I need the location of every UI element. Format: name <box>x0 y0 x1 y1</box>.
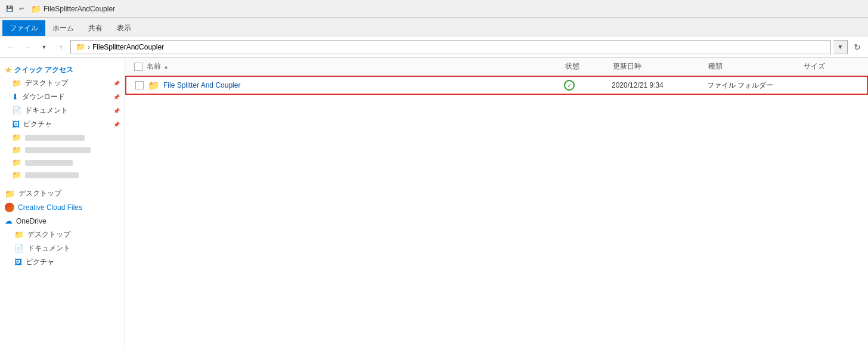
sidebar-documents-label: ドキュメント <box>25 106 110 116</box>
blurred-label-2 <box>25 147 91 153</box>
column-name[interactable]: 名前 ▲ <box>147 61 565 72</box>
file-table-header: 名前 ▲ 状態 更新日時 種類 サイズ <box>125 58 868 76</box>
desktop-folder-icon: 📁 <box>12 79 21 88</box>
sidebar-desktop-label: デスクトップ <box>25 78 110 88</box>
refresh-button[interactable]: ↻ <box>850 40 864 54</box>
sidebar-item-onedrive-documents[interactable]: 📄 ドキュメント <box>0 241 125 255</box>
column-date: 更新日時 <box>613 61 708 72</box>
row-date-0: 2020/12/21 9:34 <box>612 81 707 89</box>
ribbon: ファイル ホーム 共有 表示 <box>0 18 868 36</box>
column-type: 種類 <box>708 61 804 72</box>
undo-icon: ↩ <box>17 4 26 14</box>
creative-cloud-label: Creative Cloud Files <box>18 203 82 212</box>
blurred-item-2: 📁 <box>0 144 125 156</box>
blurred-item-3: 📁 <box>0 156 125 169</box>
tab-share[interactable]: 共有 <box>81 20 110 36</box>
main-area: ★ クイック アクセス 📁 デスクトップ 📌 ⬇ ダウンロード 📌 📄 ドキュメ… <box>0 58 868 350</box>
title-bar-folder-icon: 📁 <box>31 4 41 14</box>
pin-icon-documents: 📌 <box>113 108 120 114</box>
desktop-toplevel-icon: 📁 <box>5 189 15 199</box>
onedrive-desktop-icon: 📁 <box>14 230 24 239</box>
file-area: 名前 ▲ 状態 更新日時 種類 サイズ 📁 File Splitte <box>125 58 868 350</box>
blurred-item-1: 📁 <box>0 131 125 144</box>
onedrive-label: OneDrive <box>16 217 46 225</box>
sidebar-downloads-label: ダウンロード <box>22 92 110 102</box>
onedrive-pictures-label: ピクチャ <box>26 257 54 267</box>
blurred-item-4: 📁 <box>0 169 125 181</box>
header-checkbox[interactable] <box>134 63 142 71</box>
ribbon-tabs: ファイル ホーム 共有 表示 <box>0 18 868 36</box>
blurred-label-3 <box>25 160 73 166</box>
pin-icon-desktop: 📌 <box>113 80 120 86</box>
sidebar-item-desktop[interactable]: 📁 デスクトップ 📌 <box>0 76 125 90</box>
save-icon: 💾 <box>5 4 14 14</box>
file-row-0[interactable]: 📁 File Splitter And Coupler ✓ 2020/12/21… <box>125 76 868 95</box>
blurred-folder-icon-1: 📁 <box>12 133 21 142</box>
status-check-icon-0: ✓ <box>564 80 575 91</box>
title-bar-title: FileSplitterAndCoupler <box>44 5 115 13</box>
sidebar-item-downloads[interactable]: ⬇ ダウンロード 📌 <box>0 90 125 104</box>
pin-icon-downloads: 📌 <box>113 94 120 100</box>
back-button[interactable]: ← <box>4 40 18 54</box>
quick-access-label: クイック アクセス <box>14 65 73 75</box>
address-path[interactable]: 📁 › FileSplitterAndCoupler <box>70 40 831 54</box>
sidebar-pictures-label: ピクチャ <box>23 119 110 129</box>
onedrive-icon: ☁ <box>5 216 13 225</box>
onedrive-documents-label: ドキュメント <box>27 243 70 253</box>
blurred-label-1 <box>25 135 85 141</box>
sidebar-item-creative-cloud[interactable]: Creative Cloud Files <box>0 201 125 214</box>
blurred-folder-icon-3: 📁 <box>12 158 21 167</box>
blurred-folder-icon-4: 📁 <box>12 171 21 179</box>
row-checkbox-input-0[interactable] <box>135 81 144 89</box>
onedrive-desktop-label: デスクトップ <box>27 230 70 240</box>
address-path-text: FileSplitterAndCoupler <box>92 43 164 51</box>
sidebar-item-desktop-toplevel[interactable]: 📁 デスクトップ <box>0 186 125 201</box>
tab-view[interactable]: 表示 <box>110 20 138 36</box>
sidebar-item-pictures[interactable]: 🖼 ピクチャ 📌 <box>0 117 125 131</box>
sidebar-item-onedrive-desktop[interactable]: 📁 デスクトップ <box>0 228 125 241</box>
address-dropdown-arrow[interactable]: ▼ <box>833 40 848 54</box>
up-button[interactable]: ↑ <box>54 40 68 54</box>
address-folder-icon: 📁 <box>76 42 85 51</box>
row-type-0: ファイル フォルダー <box>707 80 802 91</box>
dropdown-button[interactable]: ▼ <box>37 40 51 54</box>
pictures-icon: 🖼 <box>12 120 20 129</box>
star-icon: ★ <box>5 66 12 75</box>
desktop-toplevel-label: デスクトップ <box>18 188 61 199</box>
onedrive-documents-icon: 📄 <box>14 244 24 253</box>
row-name-0: File Splitter And Coupler <box>163 81 240 89</box>
tab-file[interactable]: ファイル <box>2 20 45 36</box>
downloads-icon: ⬇ <box>12 92 18 101</box>
pin-icon-pictures: 📌 <box>113 122 120 128</box>
column-name-label: 名前 <box>147 61 161 72</box>
documents-icon: 📄 <box>12 106 21 115</box>
tab-home[interactable]: ホーム <box>45 20 81 36</box>
forward-button[interactable]: → <box>20 40 35 54</box>
row-name-cell-0: 📁 File Splitter And Coupler <box>148 80 564 91</box>
sidebar-item-onedrive[interactable]: ☁ OneDrive <box>0 214 125 228</box>
address-separator: › <box>88 43 90 51</box>
column-size: サイズ <box>804 61 863 72</box>
onedrive-pictures-icon: 🖼 <box>14 258 22 267</box>
quick-access-header: ★ クイック アクセス <box>0 63 125 76</box>
sidebar: ★ クイック アクセス 📁 デスクトップ 📌 ⬇ ダウンロード 📌 📄 ドキュメ… <box>0 58 125 350</box>
select-all-checkbox[interactable] <box>130 63 147 71</box>
sidebar-item-onedrive-pictures[interactable]: 🖼 ピクチャ <box>0 255 125 269</box>
sort-arrow: ▲ <box>163 64 169 70</box>
column-status: 状態 <box>565 61 613 72</box>
row-checkbox-0[interactable] <box>131 81 148 89</box>
row-status-0: ✓ <box>564 80 612 91</box>
blurred-label-4 <box>25 172 79 178</box>
sidebar-item-documents[interactable]: 📄 ドキュメント 📌 <box>0 104 125 117</box>
title-bar: 💾 ↩ 📁 FileSplitterAndCoupler <box>0 0 868 18</box>
creative-cloud-icon <box>5 203 14 212</box>
title-bar-icons: 💾 ↩ <box>5 4 26 14</box>
address-bar: ← → ▼ ↑ 📁 › FileSplitterAndCoupler ▼ ↻ <box>0 36 868 58</box>
blurred-folder-icon-2: 📁 <box>12 145 21 154</box>
row-folder-icon-0: 📁 <box>148 80 160 91</box>
